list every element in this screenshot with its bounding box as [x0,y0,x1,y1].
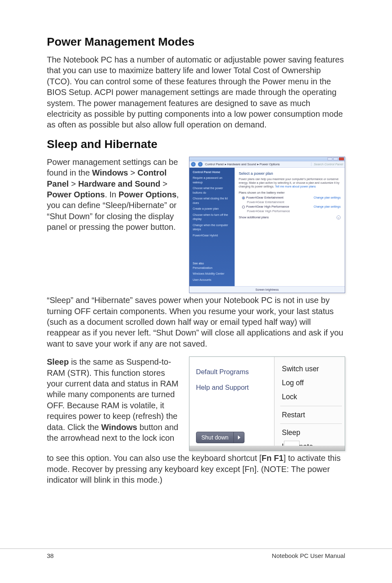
close-button[interactable] [339,157,344,160]
plan-name: Power4Gear High Performance [246,205,289,208]
txt: > [160,179,167,188]
change-plan-link[interactable]: Change plan settings [314,196,341,199]
sidebar-link[interactable]: Choose what closing the lid does [193,197,231,205]
window-titlebar [189,157,345,161]
menu-lock[interactable]: Lock [282,390,345,404]
sidebar-home[interactable]: Control Panel Home [193,170,231,175]
triangle-right-icon [238,435,240,440]
sidebar-link[interactable]: Require a password on wakeup [193,176,231,185]
menu-separator [280,423,342,424]
chevron-down-icon[interactable]: ⌄ [337,215,341,220]
para-sleep-explain: Sleep is the same as Suspend-to-RAM (STR… [47,356,182,443]
menu-log-off[interactable]: Log off [282,376,345,390]
txt: to see this option. You can also use the… [47,453,262,463]
tell-me-more-link[interactable]: Tell me more about power plans [275,185,316,188]
radio-icon[interactable] [242,206,245,208]
cp-sidebar: Control Panel Home Require a password on… [189,168,235,287]
txt: is the same as Suspend-to-RAM (STR). Thi… [47,357,178,431]
back-button[interactable] [191,162,196,167]
menu-restart[interactable]: Restart [282,408,345,422]
sidebar-link[interactable]: Change when the computer sleeps [193,223,231,232]
shutdown-menu: Switch user Log off Lock Restart Sleep H… [274,357,345,451]
screenshot-start-menu: Default Programs Help and Support Shut d… [189,356,345,451]
menu-separator [280,406,342,406]
start-menu-item[interactable]: Default Programs [196,364,274,380]
address-bar: Control Panel ▸ Hardware and Sound ▸ Pow… [189,161,345,168]
forward-button[interactable] [198,162,203,167]
para-shortcut: to see this option. You can also use the… [47,453,345,485]
plan-subtitle: Power4Gear High Performance [247,209,341,213]
bold-fn-f1: Fn F1 [262,453,284,463]
txt: > [69,179,78,188]
radio-icon[interactable] [242,197,245,199]
para-sleep-hibernate-explain: “Sleep” and “Hibernate” saves power when… [47,295,345,349]
para-settings-path: Power management settings can be found i… [47,157,182,233]
shutdown-arrow[interactable] [233,432,244,443]
bold-power-options: Power Options [47,190,105,199]
bold-windows-2: Windows [101,423,137,432]
power-plan-option[interactable]: Power4Gear Entertainment Change plan set… [242,196,341,199]
maximize-button[interactable] [333,157,338,160]
plan-name: Power4Gear Entertainment [246,196,284,199]
plan-subtitle: Power4Gear Entertainment [247,200,341,204]
shutdown-button[interactable]: Shut down [196,432,244,443]
screenshot-control-panel: Control Panel ▸ Hardware and Sound ▸ Pow… [189,157,345,294]
see-also-link[interactable]: Personalization [193,266,231,271]
manual-title: Notebook PC User Manual [272,552,345,559]
page-number: 38 [47,552,54,559]
power-plan-title: Select a power plan [239,171,341,176]
menu-sleep[interactable]: Sleep [282,426,345,440]
brightness-status: Screen brightness [189,286,345,293]
power-plan-desc: Power plans can help you maximize your c… [239,177,341,188]
sidebar-link[interactable]: Choose when to turn off the display [193,213,231,222]
breadcrumb[interactable]: Control Panel ▸ Hardware and Sound ▸ Pow… [205,162,280,166]
menu-switch-user[interactable]: Switch user [282,362,345,376]
txt: . In [105,190,118,199]
cp-main: Select a power plan Power plans can help… [235,168,345,287]
search-input[interactable]: Search Control Panel [311,162,343,166]
heading-power-mgmt: Power Management Modes [47,35,345,49]
see-also-link[interactable]: User Accounts [193,278,231,282]
bold-hardware-sound: Hardware and Sound [78,179,160,188]
sidebar-link[interactable]: Power4Gear Hybrid [193,234,231,238]
bold-sleep: Sleep [47,357,69,366]
shutdown-label: Shut down [196,434,233,441]
para-intro: The Notebook PC has a number of automati… [47,54,345,130]
meter-label: Plans shown on the battery meter [239,191,341,194]
start-menu-item[interactable]: Help and Support [196,380,274,396]
taskbar [189,446,345,451]
sidebar-link[interactable]: Create a power plan [193,207,231,211]
page-footer: 38 Notebook PC User Manual [0,548,392,559]
heading-sleep-hibernate: Sleep and Hibernate [47,138,345,151]
bold-power-options-2: Power Options [118,190,176,199]
power-plan-option[interactable]: Power4Gear High Performance Change plan … [242,205,341,208]
see-also-link[interactable]: Windows Mobility Center [193,272,231,276]
start-menu-left: Default Programs Help and Support Shut d… [189,357,274,451]
change-plan-link[interactable]: Change plan settings [314,205,341,208]
see-also-label: See also [193,261,231,266]
bold-windows: Windows [92,168,128,177]
minimize-button[interactable] [327,157,332,160]
txt: > [128,168,138,177]
sidebar-link[interactable]: Choose what the power buttons do [193,186,231,195]
show-additional-plans[interactable]: Show additional plans ⌄ [239,215,341,219]
